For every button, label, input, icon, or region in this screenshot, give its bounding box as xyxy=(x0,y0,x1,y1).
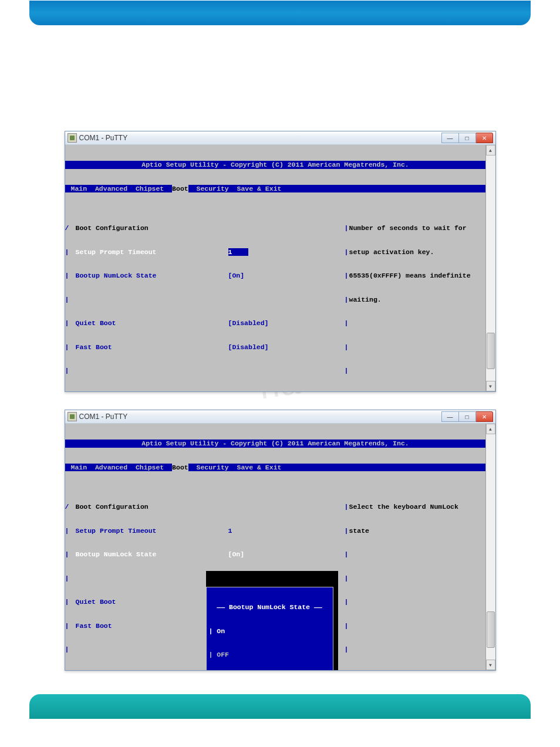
window-titlebar[interactable]: COM1 - PuTTY — □ ✕ xyxy=(65,131,495,145)
val-quiet-boot[interactable]: [Disabled] xyxy=(228,319,345,327)
page-footer-bar xyxy=(29,694,531,719)
val-numlock-state[interactable]: [On] xyxy=(228,272,345,280)
opt-numlock-state[interactable]: Bootup NumLock State xyxy=(76,272,157,279)
popup-title: Bootup NumLock State xyxy=(229,603,310,611)
putty-icon xyxy=(68,133,77,143)
help-line: setup activation key. xyxy=(349,248,486,256)
putty-icon xyxy=(68,412,77,421)
popup-numlock[interactable]: —— Bootup NumLock State —— | On | OFF xyxy=(206,571,338,670)
opt-fast-boot[interactable]: Fast Boot xyxy=(76,622,112,630)
minimize-button[interactable]: — xyxy=(441,411,459,422)
val-numlock-state[interactable]: [On] xyxy=(228,550,345,559)
scroll-down-icon[interactable]: ▼ xyxy=(486,660,495,670)
scroll-down-icon[interactable]: ▼ xyxy=(486,381,495,391)
bios-header: Aptio Setup Utility - Copyright (C) 2011… xyxy=(65,440,486,448)
menu-save-exit[interactable]: Save & Exit xyxy=(237,185,282,192)
menu-security[interactable]: Security xyxy=(197,185,229,192)
menu-chipset[interactable]: Chipset xyxy=(136,464,164,471)
help-line: Select the keyboard NumLock xyxy=(349,503,486,511)
scroll-up-icon[interactable]: ▲ xyxy=(486,145,495,156)
help-line: waiting. xyxy=(349,296,486,304)
window-title: COM1 - PuTTY xyxy=(79,134,128,142)
scroll-up-icon[interactable]: ▲ xyxy=(486,424,495,434)
val-csm16: 07.64 xyxy=(228,391,345,392)
opt-setup-prompt-timeout[interactable]: Setup Prompt Timeout xyxy=(76,248,157,256)
close-button[interactable]: ✕ xyxy=(476,411,493,422)
scroll-thumb[interactable] xyxy=(487,611,495,648)
help-line: state xyxy=(349,527,486,535)
popup-option-off[interactable]: | OFF xyxy=(207,651,333,659)
window-title: COM1 - PuTTY xyxy=(79,413,128,421)
popup-option-on[interactable]: | On xyxy=(207,627,333,636)
menu-chipset[interactable]: Chipset xyxy=(136,185,164,192)
opt-numlock-state-selected[interactable]: Bootup NumLock State xyxy=(76,550,157,558)
label-csm16: CSM16 Module Verison xyxy=(76,670,157,671)
putty-window-2: COM1 - PuTTY — □ ✕ Aptio Setup Utility -… xyxy=(65,410,496,671)
menu-security[interactable]: Security xyxy=(197,464,229,471)
bios-screen-1[interactable]: Aptio Setup Utility - Copyright (C) 2011… xyxy=(65,145,486,391)
menu-boot-selected[interactable]: Boot xyxy=(172,464,188,471)
maximize-button[interactable]: □ xyxy=(459,133,476,143)
help-line: 65535(0xFFFF) means indefinite xyxy=(349,272,486,280)
val-setup-prompt-timeout[interactable]: 1 xyxy=(228,248,249,256)
bios-screen-2[interactable]: Aptio Setup Utility - Copyright (C) 2011… xyxy=(65,424,486,670)
scrollbar[interactable]: ▲ ▼ xyxy=(485,145,495,391)
opt-quiet-boot[interactable]: Quiet Boot xyxy=(76,598,116,606)
val-setup-prompt-timeout[interactable]: 1 xyxy=(228,527,345,535)
menu-main[interactable]: Main xyxy=(71,464,87,471)
putty-window-1: COM1 - PuTTY — □ ✕ Aptio Setup Utility -… xyxy=(65,131,496,392)
scrollbar[interactable]: ▲ ▼ xyxy=(485,424,495,670)
bios-menu-bar[interactable]: Main Advanced Chipset Boot Security Save… xyxy=(65,464,486,472)
bios-header: Aptio Setup Utility - Copyright (C) 2011… xyxy=(65,161,486,169)
menu-save-exit[interactable]: Save & Exit xyxy=(237,464,282,471)
menu-advanced[interactable]: Advanced xyxy=(95,185,127,192)
bios-menu-bar[interactable]: Main Advanced Chipset Boot Security Save… xyxy=(65,185,486,193)
opt-quiet-boot[interactable]: Quiet Boot xyxy=(76,319,116,327)
menu-main[interactable]: Main xyxy=(71,185,87,192)
minimize-button[interactable]: — xyxy=(441,133,459,143)
val-fast-boot[interactable]: [Disabled] xyxy=(228,343,345,351)
scroll-thumb[interactable] xyxy=(487,333,495,369)
section-boot-config: Boot Configuration xyxy=(76,503,149,511)
label-csm16: CSM16 Module Verison xyxy=(76,391,157,392)
menu-boot-selected[interactable]: Boot xyxy=(172,185,188,192)
section-boot-config: Boot Configuration xyxy=(76,224,149,232)
opt-setup-prompt-timeout[interactable]: Setup Prompt Timeout xyxy=(76,527,157,535)
opt-fast-boot[interactable]: Fast Boot xyxy=(76,343,112,351)
close-button[interactable]: ✕ xyxy=(476,133,493,143)
maximize-button[interactable]: □ xyxy=(459,411,476,422)
menu-advanced[interactable]: Advanced xyxy=(95,464,127,471)
help-line: Number of seconds to wait for xyxy=(349,224,486,232)
window-titlebar[interactable]: COM1 - PuTTY — □ ✕ xyxy=(65,410,495,424)
page-header-bar xyxy=(29,1,531,25)
